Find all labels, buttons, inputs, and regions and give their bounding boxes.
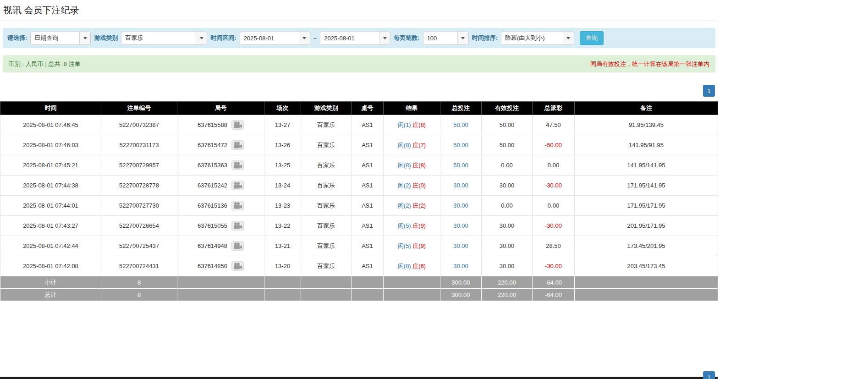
cell-payout: -30.00 <box>533 256 575 276</box>
result-player: 闲(1) <box>398 121 411 128</box>
total-bet-link[interactable]: 30.00 <box>453 242 468 249</box>
cell-valid-bet: 30.00 <box>482 216 533 236</box>
cell-round-id: 637615055 <box>177 216 264 236</box>
video-replay-button[interactable] <box>231 160 244 170</box>
cell-session: 13-23 <box>264 196 301 216</box>
date-to-caret-button[interactable] <box>379 32 390 44</box>
content: 视讯 会员下注纪录 请选择: 游戏类别 时间区间: ~ 每页笔数: 时间排序: <box>0 0 718 301</box>
date-from-caret-button[interactable] <box>299 32 310 44</box>
query-type-caret-button[interactable] <box>79 32 90 44</box>
cell-note: 91.95/139.45 <box>575 115 718 135</box>
query-type-input[interactable] <box>31 32 79 44</box>
footer-empty <box>264 276 301 289</box>
cell-total-bet: 50.00 <box>440 115 482 135</box>
video-replay-button[interactable] <box>231 221 244 231</box>
cell-game-type: 百家乐 <box>301 115 352 135</box>
footer-count: 8 <box>101 276 177 289</box>
video-replay-button[interactable] <box>231 120 244 130</box>
date-from-input[interactable] <box>240 32 299 44</box>
round-id-text: 637615242 <box>198 182 227 189</box>
cell-session: 13-21 <box>264 236 301 256</box>
table-footer-row: 总计8300.00220.00-64.00 <box>0 289 718 301</box>
footer-count: 8 <box>101 289 177 301</box>
cell-result: 闲(8) 庄(7) <box>384 135 440 155</box>
caret-down-icon <box>200 37 203 39</box>
footer-valid-bet: 220.00 <box>482 289 533 301</box>
video-replay-button[interactable] <box>231 241 244 251</box>
cell-total-bet: 50.00 <box>440 135 482 155</box>
header-payout: 总派彩 <box>533 102 575 115</box>
footer-empty <box>384 289 440 301</box>
total-bet-link[interactable]: 50.00 <box>453 142 468 148</box>
page-button[interactable]: 1 <box>703 371 715 379</box>
cell-round-id: 637615136 <box>177 196 264 216</box>
valid-bet-notice: 同局有效投注，统一计算在该局第一张注单内 <box>590 60 709 68</box>
result-banker: 庄(6) <box>412 263 426 269</box>
cell-session: 13-25 <box>264 155 301 176</box>
cell-round-id: 637615472 <box>177 135 264 155</box>
cell-payout: 0.00 <box>533 155 575 176</box>
cell-note: 201.95/171.95 <box>575 216 718 236</box>
round-id-text: 637614948 <box>198 242 227 249</box>
header-result: 结果 <box>384 102 440 115</box>
video-camera-icon <box>233 142 242 149</box>
cell-total-bet: 30.00 <box>440 236 482 256</box>
video-camera-icon <box>233 263 242 270</box>
page-size-caret-button[interactable] <box>457 32 468 44</box>
cell-note: 141.95/141.95 <box>575 155 718 176</box>
video-replay-button[interactable] <box>231 140 244 150</box>
round-id-text: 637615363 <box>198 162 227 169</box>
result-player: 闲(2) <box>398 182 411 189</box>
sort-caret-button[interactable] <box>563 32 574 44</box>
sort-input[interactable] <box>501 32 563 44</box>
query-type-label: 请选择: <box>7 34 27 42</box>
cell-payout: -30.00 <box>533 176 575 196</box>
header-valid-bet: 有效投注 <box>482 102 533 115</box>
table-foot: 小计8300.00220.00-64.00总计8300.00220.00-64.… <box>0 276 718 301</box>
result-banker: 庄(9) <box>412 222 426 229</box>
header-session: 场次 <box>264 102 301 115</box>
cell-round-id: 637615588 <box>177 115 264 135</box>
footer-empty <box>352 276 384 289</box>
cell-session: 13-24 <box>264 176 301 196</box>
cell-total-bet: 50.00 <box>440 155 482 176</box>
cell-total-bet: 30.00 <box>440 176 482 196</box>
cell-valid-bet: 0.00 <box>482 155 533 176</box>
result-banker: 庄(8) <box>412 162 426 169</box>
cell-time: 2025-08-01 07:46:45 <box>0 115 101 135</box>
cell-game-type: 百家乐 <box>301 155 352 176</box>
page-button[interactable]: 1 <box>703 85 715 97</box>
total-bet-link[interactable]: 30.00 <box>453 263 468 269</box>
footer-total-bet: 300.00 <box>440 289 482 301</box>
footer-empty <box>177 276 264 289</box>
header-round-id: 局号 <box>177 102 264 115</box>
footer-empty <box>575 276 718 289</box>
query-button[interactable]: 查询 <box>580 31 604 45</box>
cell-result: 闲(2) 庄(2) <box>384 196 440 216</box>
cell-bet-id: 522700728778 <box>101 176 177 196</box>
cell-result: 闲(8) 庄(8) <box>384 155 440 176</box>
total-bet-link[interactable]: 30.00 <box>453 202 468 209</box>
cell-time: 2025-08-01 07:42:08 <box>0 256 101 276</box>
page-size-input[interactable] <box>423 32 457 44</box>
game-type-input[interactable] <box>121 32 196 44</box>
video-camera-icon <box>233 202 242 209</box>
video-replay-button[interactable] <box>231 181 244 190</box>
game-type-combo <box>121 32 207 45</box>
cell-time: 2025-08-01 07:43:27 <box>0 216 101 236</box>
date-to-input[interactable] <box>320 32 379 44</box>
video-replay-button[interactable] <box>231 201 244 210</box>
total-bet-link[interactable]: 30.00 <box>453 182 468 189</box>
total-bet-link[interactable]: 30.00 <box>453 222 468 229</box>
total-bet-link[interactable]: 50.00 <box>453 121 468 128</box>
caret-down-icon <box>566 37 570 39</box>
cell-bet-id: 522700731173 <box>101 135 177 155</box>
result-player: 闲(8) <box>398 162 411 169</box>
cell-payout: 47.50 <box>533 115 575 135</box>
cell-session: 13-20 <box>264 256 301 276</box>
cell-payout: 0.00 <box>533 196 575 216</box>
result-player: 闲(8) <box>398 142 411 148</box>
total-bet-link[interactable]: 50.00 <box>453 162 468 169</box>
game-type-caret-button[interactable] <box>196 32 207 44</box>
video-replay-button[interactable] <box>231 261 244 271</box>
